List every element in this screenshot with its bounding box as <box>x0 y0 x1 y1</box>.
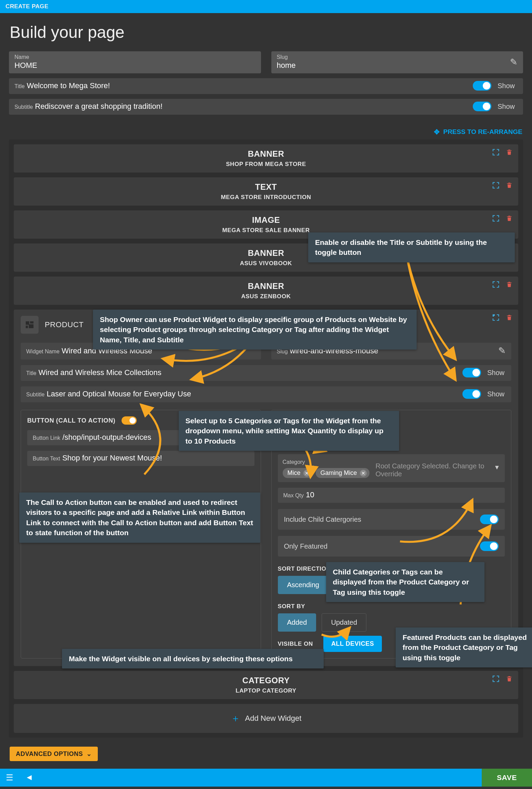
expand-icon[interactable] <box>492 248 500 255</box>
only-featured-row: Only Featured <box>278 536 505 557</box>
title-label: Title <box>14 83 25 89</box>
subtitle-value: Rediscover a great shopping tradition! <box>35 102 163 111</box>
save-button[interactable]: SAVE <box>482 769 532 787</box>
subtitle-show-label: Show <box>498 103 516 111</box>
topbar: CREATE PAGE <box>0 0 532 13</box>
category-chip[interactable]: Gaming Mice✕ <box>316 468 369 478</box>
category-chip[interactable]: Mice✕ <box>283 468 313 478</box>
product-label: PRODUCT <box>45 320 84 329</box>
chip-remove-icon[interactable]: ✕ <box>360 470 367 477</box>
plus-icon: ＋ <box>231 712 240 725</box>
widget-row-category[interactable]: CATEGORY LAPTOP CATEGORY <box>14 671 518 699</box>
trash-icon[interactable] <box>506 148 513 156</box>
only-featured-toggle[interactable] <box>480 541 499 551</box>
tab-category[interactable]: Category <box>278 428 326 448</box>
add-widget-button[interactable]: ＋ Add New Widget <box>14 704 518 733</box>
expand-icon[interactable] <box>492 215 500 222</box>
widget-stage: BANNERSHOP FROM MEGA STORETEXTMEGA STORE… <box>9 139 523 738</box>
svg-rect-0 <box>26 321 29 325</box>
trash-icon[interactable] <box>506 281 513 288</box>
button-text-field[interactable]: Button Text Shop for your Newest Mouse! <box>27 451 254 466</box>
advanced-options-button[interactable]: ADVANCED OPTIONS ⌄ <box>10 747 98 761</box>
chevron-down-icon: ⌄ <box>86 750 92 758</box>
widget-title-field[interactable]: Title Wired and Wireless Mice Collection… <box>21 365 511 381</box>
widget-row[interactable]: BANNERSHOP FROM MEGA STORE <box>14 144 518 173</box>
title-show-toggle[interactable] <box>473 81 491 91</box>
widget-slug-field[interactable]: Slug wired-and-wireless-mouse ✎ <box>271 343 512 360</box>
expand-icon[interactable] <box>492 281 500 288</box>
include-child-toggle[interactable] <box>480 515 499 524</box>
menu-icon[interactable]: ☰ <box>0 769 19 787</box>
cta-heading: BUTTON (CALL TO ACTION) <box>27 417 115 424</box>
pencil-icon[interactable]: ✎ <box>510 57 518 68</box>
chevron-down-icon[interactable]: ▼ <box>494 464 500 471</box>
trash-icon[interactable] <box>506 215 513 222</box>
move-icon: ✥ <box>434 128 440 136</box>
category-select[interactable]: Category Mice✕Gaming Mice✕ Root Category… <box>278 454 505 482</box>
product-widget: PRODUCT Widget Name Wired and Wireless M… <box>14 310 518 666</box>
product-icon <box>21 316 39 334</box>
button-link-field[interactable]: Button Link /shop/input-output-devices <box>27 430 254 445</box>
slug-value: home <box>277 61 507 70</box>
widget-subtitle-field[interactable]: Subtitle Laser and Optical Mouse for Eve… <box>21 386 511 402</box>
slug-field[interactable]: Slug home ✎ <box>271 51 523 73</box>
title-value: Welcome to Mega Store! <box>27 81 110 90</box>
sort-by-updated[interactable]: Updated <box>322 613 366 632</box>
subtitle-label: Subtitle <box>14 104 33 110</box>
widget-row[interactable]: BANNERASUS ZENBOOK <box>14 277 518 305</box>
title-show-label: Show <box>498 82 516 90</box>
slug-label: Slug <box>277 54 507 60</box>
widget-name-field[interactable]: Widget Name Wired and Wireless Mouse <box>21 343 261 360</box>
svg-rect-3 <box>29 324 34 328</box>
collapse-icon[interactable] <box>492 314 500 321</box>
widget-row[interactable]: TEXTMEGA STORE INTRODUCTION <box>14 177 518 206</box>
include-child-row: Include Child Catergories <box>278 509 505 530</box>
expand-icon[interactable] <box>492 148 500 156</box>
svg-rect-1 <box>30 321 33 323</box>
rearrange-button[interactable]: ✥ PRESS TO RE-ARRANGE <box>9 128 522 136</box>
bottom-bar: ☰ ▲ SAVE <box>0 769 532 787</box>
widget-options-box: WIDGET OPTIONS Category Tag Category Mic… <box>271 410 512 658</box>
visible-on-all[interactable]: ALL DEVICES <box>323 636 382 652</box>
name-value: HOME <box>14 61 255 70</box>
svg-rect-2 <box>26 326 28 329</box>
sort-asc[interactable]: Ascending <box>278 576 328 594</box>
widget-options-heading: WIDGET OPTIONS <box>278 416 505 424</box>
widget-row[interactable]: IMAGEMEGA STORE SALE BANNER <box>14 210 518 239</box>
topbar-title: CREATE PAGE <box>6 3 49 10</box>
tab-tag[interactable]: Tag <box>331 428 362 448</box>
page-heading: Build your page <box>10 23 523 42</box>
sort-by-added[interactable]: Added <box>278 613 316 632</box>
pencil-icon[interactable]: ✎ <box>498 345 506 356</box>
rearrange-label: PRESS TO RE-ARRANGE <box>443 128 522 136</box>
subtitle-field[interactable]: Subtitle Rediscover a great shopping tra… <box>9 99 523 115</box>
widget-title-toggle[interactable] <box>462 368 481 377</box>
max-qty-field[interactable]: Max Qty 10 <box>278 488 505 503</box>
widget-subtitle-toggle[interactable] <box>462 389 481 399</box>
name-label: Name <box>14 54 255 60</box>
trash-icon[interactable] <box>506 675 513 683</box>
expand-icon[interactable] <box>492 675 500 683</box>
widget-row[interactable]: BANNERASUS VIVOBOOK <box>14 243 518 272</box>
chip-remove-icon[interactable]: ✕ <box>303 470 310 477</box>
trash-icon[interactable] <box>506 314 513 321</box>
cta-toggle[interactable] <box>122 416 137 425</box>
back-icon[interactable]: ▲ <box>20 768 38 787</box>
name-field[interactable]: Name HOME <box>9 51 261 73</box>
cta-box: BUTTON (CALL TO ACTION) Button Link /sho… <box>21 410 261 658</box>
expand-icon[interactable] <box>492 181 500 189</box>
trash-icon[interactable] <box>506 181 513 189</box>
trash-icon[interactable] <box>506 248 513 255</box>
title-field[interactable]: Title Welcome to Mega Store! Show <box>9 78 523 94</box>
subtitle-show-toggle[interactable] <box>473 102 491 111</box>
